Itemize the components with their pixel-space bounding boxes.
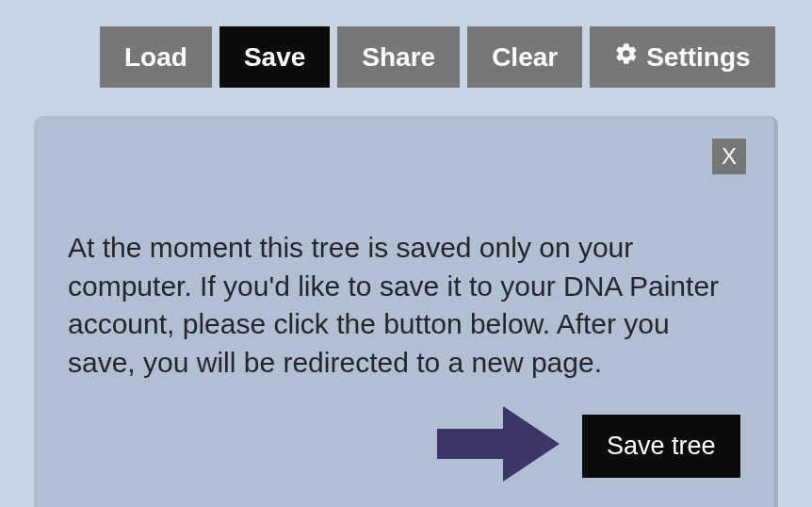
save-panel: X At the moment this tree is saved only … — [34, 116, 778, 507]
share-button[interactable]: Share — [337, 26, 460, 88]
close-button[interactable]: X — [712, 139, 746, 174]
load-button[interactable]: Load — [100, 26, 212, 88]
save-button[interactable]: Save — [219, 26, 330, 88]
save-tree-button[interactable]: Save tree — [582, 415, 740, 478]
gear-icon — [614, 41, 639, 73]
toolbar: Load Save Share Clear Settings — [0, 0, 812, 88]
settings-button[interactable]: Settings — [590, 26, 774, 88]
clear-button[interactable]: Clear — [467, 26, 582, 88]
panel-actions: Save tree — [68, 401, 740, 491]
arrow-right-icon — [437, 401, 560, 491]
settings-label: Settings — [646, 42, 750, 73]
panel-message: At the moment this tree is saved only on… — [68, 229, 727, 382]
